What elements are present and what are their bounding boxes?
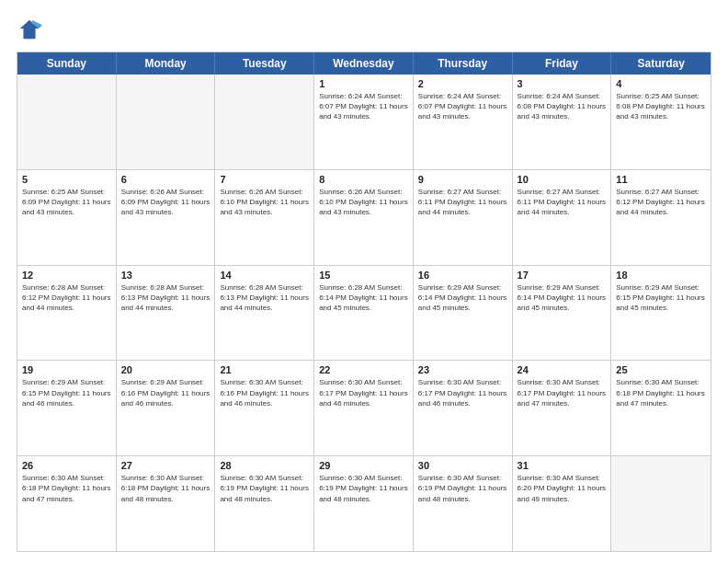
day-info: Sunrise: 6:30 AM Sunset: 6:20 PM Dayligh… — [518, 473, 607, 504]
day-number: 13 — [121, 270, 210, 281]
day-info: Sunrise: 6:30 AM Sunset: 6:16 PM Dayligh… — [220, 377, 309, 408]
day-info: Sunrise: 6:30 AM Sunset: 6:17 PM Dayligh… — [319, 377, 408, 408]
day-number: 30 — [418, 460, 507, 471]
day-cell-26: 26Sunrise: 6:30 AM Sunset: 6:18 PM Dayli… — [17, 456, 117, 551]
day-info: Sunrise: 6:27 AM Sunset: 6:11 PM Dayligh… — [518, 187, 607, 218]
day-cell-4: 4Sunrise: 6:25 AM Sunset: 6:08 PM Daylig… — [611, 75, 711, 169]
calendar: SundayMondayTuesdayWednesdayThursdayFrid… — [17, 52, 711, 552]
day-info: Sunrise: 6:28 AM Sunset: 6:13 PM Dayligh… — [220, 282, 309, 314]
day-info: Sunrise: 6:30 AM Sunset: 6:19 PM Dayligh… — [319, 473, 408, 504]
day-cell-15: 15Sunrise: 6:28 AM Sunset: 6:14 PM Dayli… — [314, 266, 414, 361]
day-info: Sunrise: 6:24 AM Sunset: 6:07 PM Dayligh… — [319, 91, 408, 122]
day-number: 4 — [616, 78, 706, 89]
header-cell-thursday: Thursday — [414, 52, 513, 75]
day-number: 5 — [22, 174, 111, 185]
day-info: Sunrise: 6:29 AM Sunset: 6:16 PM Dayligh… — [121, 377, 210, 408]
day-cell-28: 28Sunrise: 6:30 AM Sunset: 6:19 PM Dayli… — [215, 456, 314, 551]
calendar-row-2: 12Sunrise: 6:28 AM Sunset: 6:12 PM Dayli… — [17, 266, 711, 362]
day-cell-31: 31Sunrise: 6:30 AM Sunset: 6:20 PM Dayli… — [513, 456, 612, 551]
day-number: 7 — [220, 174, 309, 185]
day-info: Sunrise: 6:24 AM Sunset: 6:08 PM Dayligh… — [518, 91, 607, 122]
header — [17, 17, 711, 42]
day-number: 16 — [418, 270, 507, 281]
day-cell-30: 30Sunrise: 6:30 AM Sunset: 6:19 PM Dayli… — [414, 456, 513, 551]
day-number: 24 — [518, 364, 607, 375]
calendar-row-1: 5Sunrise: 6:25 AM Sunset: 6:09 PM Daylig… — [17, 170, 711, 266]
day-info: Sunrise: 6:28 AM Sunset: 6:12 PM Dayligh… — [22, 282, 111, 314]
day-cell-13: 13Sunrise: 6:28 AM Sunset: 6:13 PM Dayli… — [117, 266, 216, 361]
day-number: 31 — [518, 460, 607, 471]
day-info: Sunrise: 6:24 AM Sunset: 6:07 PM Dayligh… — [418, 91, 507, 122]
day-cell-5: 5Sunrise: 6:25 AM Sunset: 6:09 PM Daylig… — [17, 170, 117, 265]
header-cell-sunday: Sunday — [17, 52, 117, 75]
day-number: 14 — [220, 270, 309, 281]
day-info: Sunrise: 6:28 AM Sunset: 6:13 PM Dayligh… — [121, 282, 210, 314]
day-info: Sunrise: 6:30 AM Sunset: 6:19 PM Dayligh… — [220, 473, 309, 504]
day-info: Sunrise: 6:26 AM Sunset: 6:10 PM Dayligh… — [319, 187, 408, 218]
day-info: Sunrise: 6:29 AM Sunset: 6:15 PM Dayligh… — [22, 377, 111, 408]
calendar-row-4: 26Sunrise: 6:30 AM Sunset: 6:18 PM Dayli… — [17, 456, 711, 551]
day-cell-3: 3Sunrise: 6:24 AM Sunset: 6:08 PM Daylig… — [513, 75, 612, 169]
logo-icon — [17, 17, 42, 42]
day-number: 28 — [220, 460, 309, 471]
day-cell-27: 27Sunrise: 6:30 AM Sunset: 6:18 PM Dayli… — [117, 456, 216, 551]
day-number: 11 — [616, 174, 706, 185]
empty-cell-4-6 — [611, 456, 711, 551]
day-cell-20: 20Sunrise: 6:29 AM Sunset: 6:16 PM Dayli… — [117, 361, 216, 455]
day-number: 10 — [518, 174, 607, 185]
day-info: Sunrise: 6:29 AM Sunset: 6:15 PM Dayligh… — [616, 282, 706, 314]
day-cell-6: 6Sunrise: 6:26 AM Sunset: 6:09 PM Daylig… — [117, 170, 216, 265]
day-info: Sunrise: 6:30 AM Sunset: 6:18 PM Dayligh… — [121, 473, 210, 504]
day-info: Sunrise: 6:25 AM Sunset: 6:08 PM Dayligh… — [616, 91, 706, 122]
day-cell-2: 2Sunrise: 6:24 AM Sunset: 6:07 PM Daylig… — [414, 75, 513, 169]
day-info: Sunrise: 6:30 AM Sunset: 6:18 PM Dayligh… — [22, 473, 111, 504]
day-cell-24: 24Sunrise: 6:30 AM Sunset: 6:17 PM Dayli… — [513, 361, 612, 455]
empty-cell-0-0 — [17, 75, 117, 169]
header-cell-monday: Monday — [117, 52, 216, 75]
day-cell-8: 8Sunrise: 6:26 AM Sunset: 6:10 PM Daylig… — [314, 170, 414, 265]
day-info: Sunrise: 6:27 AM Sunset: 6:11 PM Dayligh… — [418, 187, 507, 218]
day-cell-18: 18Sunrise: 6:29 AM Sunset: 6:15 PM Dayli… — [611, 266, 711, 361]
day-info: Sunrise: 6:29 AM Sunset: 6:14 PM Dayligh… — [518, 282, 607, 314]
calendar-header: SundayMondayTuesdayWednesdayThursdayFrid… — [17, 52, 711, 75]
empty-cell-0-2 — [215, 75, 314, 169]
day-cell-12: 12Sunrise: 6:28 AM Sunset: 6:12 PM Dayli… — [17, 266, 117, 361]
day-number: 3 — [518, 78, 607, 89]
day-cell-1: 1Sunrise: 6:24 AM Sunset: 6:07 PM Daylig… — [314, 75, 414, 169]
day-info: Sunrise: 6:30 AM Sunset: 6:19 PM Dayligh… — [418, 473, 507, 504]
day-cell-19: 19Sunrise: 6:29 AM Sunset: 6:15 PM Dayli… — [17, 361, 117, 455]
day-number: 25 — [616, 364, 706, 375]
day-cell-7: 7Sunrise: 6:26 AM Sunset: 6:10 PM Daylig… — [215, 170, 314, 265]
day-number: 12 — [22, 270, 111, 281]
calendar-row-0: 1Sunrise: 6:24 AM Sunset: 6:07 PM Daylig… — [17, 75, 711, 170]
day-info: Sunrise: 6:30 AM Sunset: 6:17 PM Dayligh… — [418, 377, 507, 408]
day-info: Sunrise: 6:30 AM Sunset: 6:18 PM Dayligh… — [616, 377, 706, 408]
header-cell-tuesday: Tuesday — [215, 52, 314, 75]
day-cell-23: 23Sunrise: 6:30 AM Sunset: 6:17 PM Dayli… — [414, 361, 513, 455]
day-cell-14: 14Sunrise: 6:28 AM Sunset: 6:13 PM Dayli… — [215, 266, 314, 361]
day-number: 19 — [22, 364, 111, 375]
day-info: Sunrise: 6:28 AM Sunset: 6:14 PM Dayligh… — [319, 282, 408, 314]
day-number: 26 — [22, 460, 111, 471]
day-cell-9: 9Sunrise: 6:27 AM Sunset: 6:11 PM Daylig… — [414, 170, 513, 265]
day-cell-22: 22Sunrise: 6:30 AM Sunset: 6:17 PM Dayli… — [314, 361, 414, 455]
day-info: Sunrise: 6:25 AM Sunset: 6:09 PM Dayligh… — [22, 187, 111, 218]
day-cell-17: 17Sunrise: 6:29 AM Sunset: 6:14 PM Dayli… — [513, 266, 612, 361]
day-number: 23 — [418, 364, 507, 375]
day-number: 18 — [616, 270, 706, 281]
page: SundayMondayTuesdayWednesdayThursdayFrid… — [0, 0, 728, 563]
day-number: 27 — [121, 460, 210, 471]
day-number: 17 — [518, 270, 607, 281]
day-info: Sunrise: 6:26 AM Sunset: 6:09 PM Dayligh… — [121, 187, 210, 218]
day-info: Sunrise: 6:27 AM Sunset: 6:12 PM Dayligh… — [616, 187, 706, 218]
empty-cell-0-1 — [117, 75, 216, 169]
day-number: 8 — [319, 174, 408, 185]
logo — [17, 17, 46, 42]
day-number: 1 — [319, 78, 408, 89]
day-number: 9 — [418, 174, 507, 185]
day-number: 29 — [319, 460, 408, 471]
day-number: 15 — [319, 270, 408, 281]
day-number: 2 — [418, 78, 507, 89]
day-number: 22 — [319, 364, 408, 375]
day-info: Sunrise: 6:26 AM Sunset: 6:10 PM Dayligh… — [220, 187, 309, 218]
